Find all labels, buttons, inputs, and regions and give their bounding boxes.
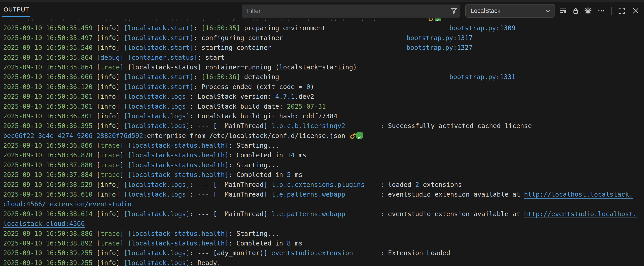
log-line: 2025-09-10 16:50:36.301 [info] [localsta…: [0, 111, 644, 121]
url-link[interactable]: http://eventstudio.localhost.: [524, 210, 637, 218]
lock-icon: [572, 7, 579, 14]
url-link[interactable]: http://localhost.localstack.: [524, 190, 633, 198]
log-line: 2025-09-10 16:50:37.880 [trace] [localst…: [0, 160, 644, 170]
ellipsis-icon: [598, 7, 605, 14]
log-line: 2025-09-10 16:50:36.120 [info] [localsta…: [0, 82, 644, 92]
log-line: 2025-09-10 16:50:35.864 [debug] [contain…: [0, 53, 644, 62]
filter-input[interactable]: [242, 4, 460, 17]
file-link[interactable]: [428, 18, 441, 23]
url-link[interactable]: localstack.cloud:4566: [3, 220, 85, 228]
log-line: 2025-09-10 16:50:38.614 [info] [localsta…: [0, 209, 644, 219]
tab-output[interactable]: OUTPUT: [4, 6, 29, 13]
file-link[interactable]: bootstrap.py:1331: [449, 72, 516, 82]
log-line: 2025-09-10 16:50:39.255 [info] [localsta…: [0, 248, 644, 258]
file-link[interactable]: bootstrap.py:1327: [406, 43, 472, 52]
log-line: 2025-09-10 16:50:37.884 [trace] [localst…: [0, 170, 644, 180]
log-line: 2025-09-10 16:50:35.864 [trace] [localst…: [0, 62, 644, 72]
close-icon: [632, 7, 639, 14]
log-line: 2025-09-10 16:50:36.066 [info] [localsta…: [0, 72, 644, 82]
log-line: 2025-09-10 16:50:36.878 [trace] [localst…: [0, 150, 644, 160]
clear-output-button[interactable]: [558, 6, 568, 16]
log-line: 2025-09-10 16:50:36.866 [trace] [localst…: [0, 141, 644, 150]
expand-icon: [618, 7, 625, 14]
log-line: 2025-09-10 16:50:38.886 [trace] [localst…: [0, 229, 644, 239]
log-line: 2025-09-10 16:50:36.395 [info] [localsta…: [0, 121, 644, 131]
log-line: 2025-09-10 16:50:38.892 [trace] [localst…: [0, 239, 644, 248]
panel-header: OUTPUT LocalStack: [0, 2, 644, 18]
log-line: 2025-09-10 16:50:36.301 [info] [localsta…: [0, 92, 644, 102]
channel-select[interactable]: LocalStack: [465, 4, 555, 17]
log-lines: . .. . . . ,. ., . .. . , . / .. , . , ,…: [0, 18, 644, 266]
toolbar-separator: [611, 7, 612, 15]
file-link[interactable]: bootstrap.py:1317: [406, 33, 472, 43]
channel-select-value: LocalStack: [466, 7, 545, 14]
log-line: bec66f22-3d4e-4274-9206-28820f76d592:ent…: [0, 131, 644, 141]
log-line: . .. . . . ,. ., . .. . , . / .. , . , ,…: [0, 18, 644, 23]
log-line: 2025-09-10 16:50:38.610 [info] [localsta…: [0, 190, 644, 199]
file-link[interactable]: bootstrap.py:1309: [449, 23, 516, 33]
log-line: localstack.cloud:4566: [0, 219, 644, 229]
clear-output-icon: [559, 7, 567, 14]
close-panel-button[interactable]: [630, 6, 641, 16]
log-line: 2025-09-10 16:50:35.497 [info] [localsta…: [0, 33, 644, 43]
scroll-lock-button[interactable]: [570, 6, 581, 16]
check-emoji: [356, 132, 363, 139]
gear-icon: [584, 7, 592, 15]
output-panel: OUTPUT LocalStack: [0, 0, 644, 266]
log-line: 2025-09-10 16:50:35.459 [info] [localsta…: [0, 23, 644, 33]
url-link[interactable]: cloud:4566/_extension/eventstudio: [3, 200, 132, 208]
log-line: 2025-09-10 16:50:39.255 [info] [localsta…: [0, 258, 644, 266]
tab-output-label: OUTPUT: [4, 6, 29, 13]
panel-top-border: [0, 0, 644, 2]
check-emoji: [435, 18, 441, 21]
active-tab-indicator: [2, 16, 30, 17]
more-actions-button[interactable]: [596, 6, 606, 16]
log-line: 2025-09-10 16:50:38.529 [info] [localsta…: [0, 180, 644, 190]
settings-button[interactable]: [583, 6, 593, 16]
log-line: 2025-09-10 16:50:36.301 [info] [localsta…: [0, 102, 644, 111]
log-line: cloud:4566/_extension/eventstudio: [0, 199, 644, 209]
filter-container: [242, 4, 460, 17]
chevron-down-icon: [545, 8, 551, 14]
log-line: 2025-09-10 16:50:35.540 [info] [localsta…: [0, 43, 644, 52]
filter-icon[interactable]: [451, 8, 457, 14]
maximize-panel-button[interactable]: [616, 6, 627, 16]
